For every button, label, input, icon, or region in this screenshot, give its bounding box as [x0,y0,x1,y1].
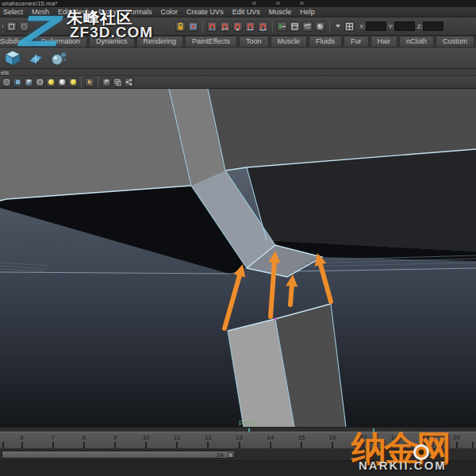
default-light-icon[interactable] [46,78,56,87]
shelf-tab[interactable]: Deformation [34,36,87,47]
frame-tick: 11 [162,434,193,448]
menu-item[interactable]: Color [161,8,178,16]
frame-tick: 13 [224,434,255,448]
menu-item[interactable]: Help [300,8,315,16]
poly-plane-icon[interactable] [26,48,45,67]
input-connections-icon[interactable] [277,21,287,32]
poly-cube-icon[interactable] [3,48,22,67]
window-control-dot [252,2,256,5]
command-line-strip [0,461,476,476]
shelf-tab[interactable]: Hair [370,36,398,47]
annotation-arrow-shaft [290,286,292,305]
shelf-tab[interactable]: Fluids [309,36,342,47]
render-frame-icon[interactable] [302,21,313,32]
xray-pointer-icon[interactable] [85,78,94,87]
frame-tick: 15 [286,434,317,448]
frame-tick: 8 [68,434,99,448]
frame-tick: 12 [193,434,224,448]
construction-history-icon[interactable] [290,21,300,32]
range-bar[interactable]: 24 [2,451,235,459]
film-gate-icon[interactable] [24,78,33,87]
shelf-tab[interactable]: nCloth [399,36,434,47]
axis-label: Y: [389,23,394,30]
snap-surface-icon[interactable] [258,21,268,32]
axis-input[interactable] [423,21,443,31]
window-title: orial\scenes\15.ma* [2,0,57,7]
menu-item[interactable]: Select [3,8,23,16]
range-end-value: 24 [217,451,224,459]
menu-item[interactable]: Muscle [269,8,292,16]
menu-bar: SelectMeshEdit MeshProxyNormalsColorCrea… [0,7,476,17]
frame-tick: 6 [6,434,37,448]
ipr-render-icon[interactable] [315,21,325,32]
snap-curve-icon[interactable] [220,21,230,32]
status-line: ‹ [0,17,476,36]
shaded-ball-icon[interactable] [57,78,67,87]
range-slider[interactable]: 24 [0,449,476,461]
crosshair-icon[interactable] [344,21,355,32]
axis-label: X: [359,23,366,30]
frame-ticks: 6 7 8 9 10 [6,434,472,448]
shelf-tab[interactable]: Custom [436,36,474,47]
frame-tick: 9 [99,434,130,448]
frame-tick: 10 [131,434,162,448]
window-title-bar: orial\scenes\15.ma* [0,0,476,7]
menu-item[interactable]: Proxy [98,8,117,16]
shelf-tab[interactable]: Fur [344,36,369,47]
shelf-tab[interactable]: Rendering [136,36,184,47]
frame-tick-partial [472,442,474,448]
shelf-tab-bar: SubdivsDeformationDynamicsRenderingPaint… [0,36,476,48]
window-control-dot [276,2,280,5]
shelf-tab[interactable]: Dynamics [89,36,135,47]
snap-view-icon[interactable] [245,21,255,32]
hierarchy-mask-icon[interactable] [19,21,29,32]
frame-tick: 19 [410,434,441,448]
collapse-arrow-icon[interactable]: ‹ [2,21,4,32]
axis-input[interactable] [366,21,386,31]
select-mask-icon[interactable] [6,21,17,32]
lock-icon[interactable] [175,21,186,32]
frame-tick: 14 [255,434,286,448]
grid-toggle-icon[interactable] [13,78,22,87]
wireframe-sphere-icon[interactable] [35,78,44,87]
viewport-toolbar [0,76,476,89]
menu-item[interactable]: Create UVs [186,8,224,16]
camera-attributes-icon[interactable] [2,78,11,87]
shelf-icon-row [0,48,476,69]
menu-item[interactable]: Mesh [32,8,49,16]
panel-menu-item-panels[interactable]: els [1,69,9,76]
shelf-tab[interactable]: Muscle [271,36,308,47]
center-combo-caret[interactable] [336,25,340,28]
frame-tick: 16 [317,434,347,448]
range-end-handle[interactable] [228,452,233,458]
frame-tick: 7 [37,434,68,448]
menu-item[interactable]: Edit Mesh [58,8,90,16]
axis-input[interactable] [394,21,415,31]
mesh-face-left-quad [0,89,191,201]
frame-tick: 18 [379,434,410,448]
shelf-tab[interactable]: Subdivs [0,36,33,47]
textured-ball-icon[interactable] [68,78,78,87]
camera-label: persp [239,418,257,426]
shelf-tab[interactable]: Toon [239,36,269,47]
window-control-dot [300,2,304,5]
maya-window: orial\scenes\15.ma* SelectMeshEdit MeshP… [0,0,476,476]
panel-menu-bar: els [0,69,476,76]
transform-entry-fields: X: Y: Z: [357,21,443,31]
selected-vertex-dot [274,318,278,321]
snap-grid-icon[interactable] [207,21,217,32]
multi-pane-icon[interactable] [113,78,122,87]
time-slider[interactable]: 6 7 8 9 10 [0,432,476,449]
menu-item[interactable]: Normals [125,8,152,16]
viewport-canvas[interactable]: persp [0,89,476,427]
share-icon[interactable] [124,78,133,87]
shelf-tab[interactable]: PaintEffects [185,36,237,47]
frame-tick: 20 [441,434,472,448]
highlight-icon[interactable] [188,21,198,32]
frame-tick-partial [2,442,4,448]
isolate-cube-icon[interactable] [102,78,111,87]
menu-item[interactable]: Edit UVs [232,8,260,16]
frame-tick: 17 [348,434,379,448]
snap-point-icon[interactable] [232,21,243,32]
poly-sphere-icon[interactable] [49,48,68,67]
